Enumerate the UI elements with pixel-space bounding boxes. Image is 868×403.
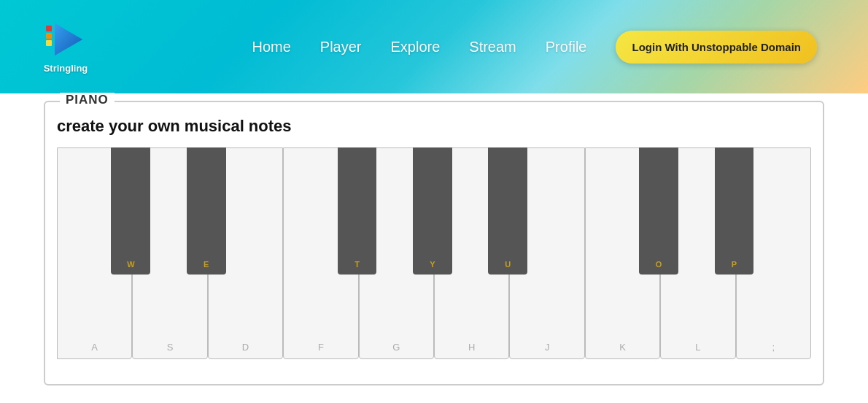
- black-key-label: W: [127, 260, 134, 269]
- white-key-label: G: [392, 342, 400, 353]
- header: Stringling Home Player Explore Stream Pr…: [0, 0, 868, 93]
- black-key-w[interactable]: W: [111, 147, 150, 275]
- black-key-label: U: [505, 260, 511, 269]
- nav-home[interactable]: Home: [252, 39, 290, 55]
- black-key-e[interactable]: E: [187, 147, 226, 275]
- white-key-label: H: [468, 342, 475, 353]
- black-key-label: T: [354, 260, 360, 269]
- nav-player[interactable]: Player: [320, 39, 362, 55]
- main-nav: Home Player Explore Stream Profile Login…: [252, 31, 817, 64]
- black-key-label: Y: [430, 260, 435, 269]
- white-key-label: ;: [772, 342, 775, 353]
- black-key-label: P: [732, 260, 737, 269]
- white-key-label: K: [619, 342, 626, 353]
- nav-stream[interactable]: Stream: [469, 39, 516, 55]
- login-button[interactable]: Login With Unstoppable Domain: [616, 31, 817, 64]
- white-key-label: L: [695, 342, 700, 353]
- svg-rect-0: [46, 26, 52, 31]
- logo-area: Stringling: [29, 20, 102, 74]
- logo-text: Stringling: [44, 63, 88, 74]
- black-key-p[interactable]: P: [715, 147, 754, 275]
- piano-label: PIANO: [60, 93, 115, 107]
- nav-explore[interactable]: Explore: [391, 39, 441, 55]
- white-key-label: J: [545, 342, 550, 353]
- logo-icon: [46, 20, 86, 60]
- black-key-o[interactable]: O: [639, 147, 678, 275]
- black-key-u[interactable]: U: [488, 147, 527, 275]
- white-key-label: A: [91, 342, 98, 353]
- svg-rect-1: [46, 33, 52, 39]
- white-key-label: S: [167, 342, 174, 353]
- black-key-label: E: [204, 260, 209, 269]
- piano-keyboard: ASDFGHJKL; WETYUOP: [57, 147, 811, 359]
- black-key-t[interactable]: T: [338, 147, 377, 275]
- piano-section: PIANO create your own musical notes ASDF…: [44, 101, 824, 385]
- nav-profile[interactable]: Profile: [546, 39, 587, 55]
- piano-subtitle: create your own musical notes: [57, 117, 811, 136]
- black-key-y[interactable]: Y: [413, 147, 452, 275]
- black-key-label: O: [656, 260, 662, 269]
- svg-rect-2: [46, 40, 52, 46]
- white-key-label: D: [242, 342, 249, 353]
- main-content: PIANO create your own musical notes ASDF…: [0, 93, 868, 403]
- white-key-label: F: [318, 342, 324, 353]
